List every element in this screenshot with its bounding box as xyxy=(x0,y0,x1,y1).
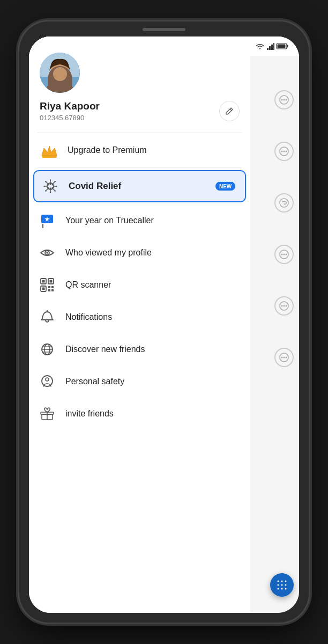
phone-frame: 12:30 xyxy=(19,21,309,623)
svg-point-28 xyxy=(281,254,283,255)
bell-icon xyxy=(40,310,55,325)
svg-point-47 xyxy=(285,588,287,590)
svg-point-45 xyxy=(278,588,279,590)
svg-point-100 xyxy=(46,378,49,381)
svg-rect-91 xyxy=(48,289,50,291)
svg-rect-3 xyxy=(271,45,273,50)
svg-point-20 xyxy=(284,99,285,101)
menu-item-covid-relief[interactable]: Covid Relief NEW xyxy=(33,170,246,202)
chat-bubble-4 xyxy=(274,245,294,264)
profile-info-row: Riya Kapoor 012345 67890 xyxy=(40,100,240,122)
svg-point-57 xyxy=(50,184,51,185)
safety-icon xyxy=(40,374,55,389)
svg-point-51 xyxy=(46,80,74,93)
menu-item-qr-scanner[interactable]: QR scanner xyxy=(29,269,250,301)
svg-point-73 xyxy=(55,191,56,192)
edit-profile-button[interactable] xyxy=(219,101,240,121)
svg-point-34 xyxy=(286,305,287,307)
svg-point-69 xyxy=(56,186,57,187)
svg-line-70 xyxy=(46,182,48,184)
svg-rect-92 xyxy=(51,289,54,291)
svg-point-67 xyxy=(43,186,44,187)
svg-rect-88 xyxy=(42,288,45,290)
svg-rect-1 xyxy=(267,48,269,50)
wifi-icon xyxy=(255,42,265,50)
svg-point-44 xyxy=(285,584,287,586)
menu-label-qr-scanner: QR scanner xyxy=(65,280,111,290)
menu-label-covid-relief: Covid Relief xyxy=(69,181,121,192)
divider-2 xyxy=(38,167,242,168)
svg-rect-54 xyxy=(42,156,57,158)
profile-phone: 012345 67890 xyxy=(40,114,100,122)
svg-point-24 xyxy=(284,151,285,152)
svg-point-77 xyxy=(45,191,46,192)
status-icons xyxy=(255,42,288,50)
menu-item-notifications[interactable]: Notifications xyxy=(29,301,250,333)
chat-bubble-1 xyxy=(274,90,294,109)
svg-point-56 xyxy=(48,184,49,186)
svg-rect-89 xyxy=(48,286,50,288)
svg-point-65 xyxy=(50,192,51,193)
menu-label-personal-safety: Personal safety xyxy=(65,377,124,386)
svg-point-26 xyxy=(280,199,288,207)
svg-point-33 xyxy=(284,305,285,307)
svg-point-41 xyxy=(285,581,287,582)
svg-point-63 xyxy=(50,179,51,180)
svg-rect-7 xyxy=(278,45,286,48)
star-flag-icon xyxy=(40,213,55,228)
svg-point-71 xyxy=(45,181,46,182)
svg-point-30 xyxy=(286,254,287,255)
svg-point-38 xyxy=(286,357,287,358)
qr-icon xyxy=(40,277,55,292)
svg-rect-84 xyxy=(42,280,45,283)
menu-label-who-viewed: Who viewed my profile xyxy=(65,248,152,258)
svg-point-46 xyxy=(281,588,283,590)
premium-label: Upgrade to Premium xyxy=(68,145,147,155)
svg-marker-53 xyxy=(42,146,57,156)
svg-rect-86 xyxy=(50,280,53,283)
chat-bubble-6 xyxy=(274,348,294,367)
svg-rect-4 xyxy=(273,43,274,50)
menu-item-year-on-truecaller[interactable]: Your year on Truecaller xyxy=(29,204,250,237)
svg-line-74 xyxy=(53,182,55,184)
svg-point-59 xyxy=(52,187,54,189)
svg-point-39 xyxy=(278,581,279,582)
battery-icon xyxy=(277,43,288,49)
profile-section: Riya Kapoor 012345 67890 xyxy=(29,36,250,133)
menu-item-invite-friends[interactable]: invite friends xyxy=(29,398,250,430)
fab-button[interactable] xyxy=(270,573,294,597)
svg-point-19 xyxy=(281,99,283,101)
svg-point-43 xyxy=(281,584,283,586)
menu-item-personal-safety[interactable]: Personal safety xyxy=(29,365,250,398)
svg-point-82 xyxy=(46,252,48,254)
svg-point-29 xyxy=(284,254,285,255)
side-drawer: Riya Kapoor 012345 67890 xyxy=(29,36,250,613)
svg-point-32 xyxy=(281,305,283,307)
svg-point-37 xyxy=(284,357,285,358)
menu-item-who-viewed[interactable]: Who viewed my profile xyxy=(29,237,250,269)
new-badge: NEW xyxy=(215,182,235,191)
svg-point-75 xyxy=(55,181,56,182)
svg-point-61 xyxy=(48,187,49,189)
signal-icon xyxy=(267,42,274,50)
svg-line-52 xyxy=(230,109,232,111)
svg-line-72 xyxy=(53,189,55,191)
svg-point-40 xyxy=(281,581,283,582)
eye-icon xyxy=(40,245,55,260)
premium-upgrade-item[interactable]: Upgrade to Premium xyxy=(29,133,250,167)
phone-screen: 12:30 xyxy=(29,36,299,613)
svg-line-76 xyxy=(46,189,48,191)
chat-bubble-5 xyxy=(274,296,294,316)
bg-right-icons xyxy=(274,90,294,367)
globe-icon xyxy=(40,342,55,357)
svg-rect-6 xyxy=(287,45,288,48)
profile-avatar xyxy=(40,53,80,93)
svg-point-25 xyxy=(286,151,287,152)
svg-point-36 xyxy=(281,357,283,358)
menu-label-year-truecaller: Your year on Truecaller xyxy=(65,216,154,225)
chat-bubble-3 xyxy=(274,193,294,213)
virus-icon xyxy=(43,179,58,194)
menu-item-discover-friends[interactable]: Discover new friends xyxy=(29,333,250,365)
svg-point-60 xyxy=(50,188,51,189)
svg-point-58 xyxy=(52,184,54,186)
